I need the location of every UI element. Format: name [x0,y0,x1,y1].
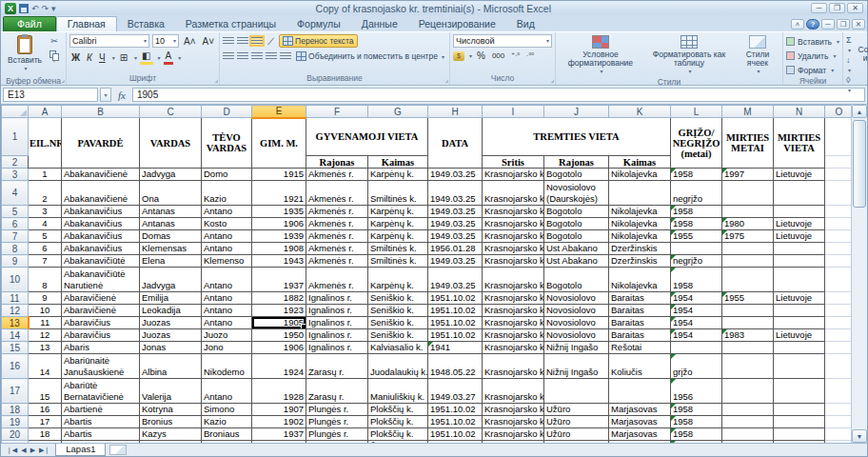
cell-F16[interactable]: Zarasų r. [306,354,368,379]
cell-L8[interactable] [671,243,722,255]
cell-M11[interactable]: 1955 [722,292,774,305]
insert-cells-button[interactable]: Вставить▾ [786,35,839,48]
cell-I14[interactable]: Krasnojarsko kr. [483,329,544,342]
cell-L21[interactable]: grįžo [671,441,722,444]
fill-color-icon[interactable]: ◧ [140,50,152,65]
cell-A11[interactable]: 9 [29,292,62,305]
cell-D15[interactable]: Jono [202,342,252,354]
cell-L9[interactable]: negrįžo [671,255,722,268]
col-header-M[interactable]: M [722,106,774,118]
cell-M8[interactable] [722,243,774,255]
cell-J4[interactable]: Novosiolovo (Daurskojės) [544,181,609,206]
cell-E18[interactable]: 1907 [252,404,306,416]
cell-N8[interactable] [774,243,825,255]
name-box-dropdown-icon[interactable]: ▾ [100,88,111,102]
scroll-down-icon[interactable]: ▼ [852,429,867,443]
cell-L15[interactable] [671,342,722,354]
cell-D12[interactable]: Antano [202,305,252,317]
cell-M3[interactable]: 1997 [722,169,774,181]
cell-styles-button[interactable]: Стили ячеек▾ [736,34,779,77]
select-all-corner[interactable] [2,106,29,118]
cell-L20[interactable]: 1958 [671,428,722,441]
cell-I10[interactable]: Krasnojarsko kr. [483,268,544,292]
formula-input[interactable]: 1905 [132,88,865,102]
cell-A19[interactable]: 17 [29,416,62,428]
row-header-10[interactable]: 10 [2,268,29,292]
header-cell-4[interactable]: TĖVO VARDAS [202,118,252,169]
cell-B21[interactable]: Ablėnas [62,441,140,444]
header-cell-2[interactable]: PAVARDĖ [62,118,140,169]
cell-D16[interactable]: Nikodemo [202,354,252,379]
row-header-1[interactable]: 1 [2,118,29,156]
cell-H13[interactable]: 1951.10.02 [428,317,483,329]
row-header-21[interactable]: 21 [2,441,29,444]
cell-C10[interactable]: Jadvyga [140,268,202,292]
cell-K14[interactable]: Baraitas [609,329,671,342]
cell-I3[interactable]: Krasnojarsko kr. [483,169,544,181]
cell-A6[interactable]: 4 [29,218,62,230]
cell-N12[interactable] [774,305,825,317]
cell-M20[interactable] [722,428,774,441]
cell-F7[interactable]: Akmenės r. [306,230,368,243]
header-cell-10[interactable]: MIRTIES METAI [722,118,774,169]
cell-G12[interactable]: Seniškio k. [368,305,428,317]
cell-N5[interactable] [774,206,825,218]
cell-E15[interactable]: 1906 [252,342,306,354]
cell-E16[interactable]: 1924 [252,354,306,379]
insert-worksheet-icon[interactable] [109,445,127,455]
cell-K6[interactable]: Nikolajevka [609,218,671,230]
row-header-15[interactable]: 15 [2,342,29,354]
cell-B10[interactable]: Abakanavičiūtė Narutienė [62,268,140,292]
cell-N17[interactable] [774,379,825,404]
col-header-H[interactable]: H [428,106,483,118]
underline-button[interactable]: Ч [97,51,108,64]
cell-K18[interactable]: Marjasovas [609,404,671,416]
cell-D6[interactable]: Kosto [202,218,252,230]
cell-L12[interactable]: 1954 [671,305,722,317]
subheader-cell-3[interactable]: Sritis [483,156,544,169]
decrease-decimal-icon[interactable]: ·⁰⁰ [524,50,536,62]
cell-C14[interactable]: Juozas [140,329,202,342]
format-painter-icon[interactable] [48,63,61,74]
header-cell-11[interactable]: MIRTIES VIETA [774,118,825,169]
cell-G18[interactable]: Plokščių k. [368,404,428,416]
cell-O13[interactable] [825,317,852,329]
cell-G20[interactable]: Plokščių k. [368,428,428,441]
cell-H16[interactable]: 1948.05.22 [428,354,483,379]
col-header-A[interactable]: A [29,106,62,118]
cell-I18[interactable]: Krasnojarsko kr. [483,404,544,416]
cell-B18[interactable]: Abartienė [62,404,140,416]
col-header-D[interactable]: D [202,106,252,118]
cell-F6[interactable]: Akmenės r. [306,218,368,230]
decrease-indent-icon[interactable] [266,52,277,60]
cell-L13[interactable]: 1954 [671,317,722,329]
cell-C13[interactable]: Juozas [140,317,202,329]
cell-M13[interactable] [722,317,774,329]
cell-F19[interactable]: Plungės r. [306,416,368,428]
cell-F8[interactable]: Akmenės r. [306,243,368,255]
cell-O11[interactable] [825,292,852,305]
number-format-select[interactable]: Числовой▾ [453,34,552,48]
cell-E6[interactable]: 1906 [252,218,306,230]
cell-O7[interactable] [825,230,852,243]
cell-D19[interactable]: Kazio [202,416,252,428]
cell-B4[interactable]: Abakanavičienė [62,181,140,206]
cell-D9[interactable]: Klemenso [202,255,252,268]
cell-C17[interactable]: Valerija [140,379,202,404]
cell-L14[interactable]: 1954 [671,329,722,342]
cell-B6[interactable]: Abakanavičius [62,218,140,230]
cell-O19[interactable] [825,416,852,428]
align-center-icon[interactable] [237,52,248,60]
subheader-cell-1[interactable]: Rajonas [306,156,368,169]
cell-E10[interactable]: 1937 [252,268,306,292]
cell-C3[interactable]: Jadvyga [140,169,202,181]
row-header-3[interactable]: 3 [2,169,29,181]
cell-B11[interactable]: Abaravičienė [62,292,140,305]
cell-C5[interactable]: Antanas [140,206,202,218]
cell-G11[interactable]: Seniškio k. [368,292,428,305]
cell-H7[interactable]: 1949.03.25 [428,230,483,243]
format-as-table-button[interactable]: Форматировать как таблицу▾ [646,34,732,77]
cell-F18[interactable]: Plungės r. [306,404,368,416]
cell-N11[interactable]: Lietuvoje [774,292,825,305]
cell-F12[interactable]: Ignalinos r. [306,305,368,317]
